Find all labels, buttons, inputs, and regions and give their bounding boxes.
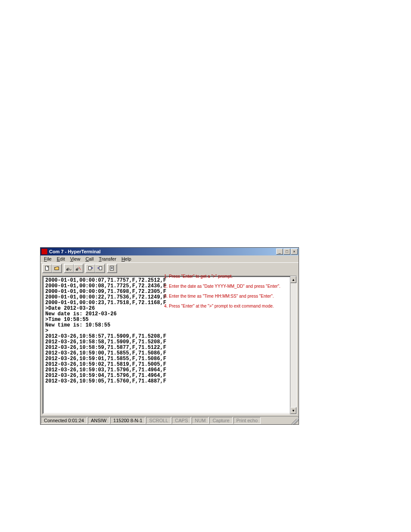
svg-rect-0 [46, 266, 49, 271]
close-button[interactable]: × [291, 249, 298, 255]
status-scroll: SCROLL [146, 417, 171, 424]
annotation-overlay: 1. Press "Enter" to get a ">" prompt. 2.… [164, 274, 280, 314]
new-button[interactable] [43, 264, 52, 273]
status-connected: Connected 0:01:24 [41, 417, 87, 424]
app-icon [41, 249, 47, 255]
maximize-button[interactable]: □ [283, 249, 290, 255]
svg-line-3 [79, 267, 81, 270]
status-echo: Print echo [234, 417, 261, 424]
svg-rect-1 [67, 269, 68, 271]
scroll-up-button[interactable]: ▲ [290, 276, 296, 283]
status-num: NUM [192, 417, 209, 424]
status-settings: 115200 8-N-1 [110, 417, 145, 424]
connect-button[interactable] [64, 264, 74, 273]
svg-rect-4 [89, 267, 91, 270]
menu-help[interactable]: Help [119, 256, 134, 262]
vertical-scrollbar[interactable]: ▲ ▼ [290, 276, 297, 414]
minimize-button[interactable]: _ [276, 249, 283, 255]
status-capture: Capture [209, 417, 232, 424]
annotation-2: 2. Enter the date as "Date YYYY-MM_DD" a… [164, 284, 280, 289]
menu-view[interactable]: View [68, 256, 83, 262]
menu-call[interactable]: Call [83, 256, 96, 262]
toolbar [40, 262, 299, 274]
properties-button[interactable] [107, 264, 117, 273]
send-button[interactable] [86, 264, 95, 273]
annotation-4: 4. Press "Enter" at the ">" prompt to ex… [164, 304, 280, 309]
receive-button[interactable] [95, 264, 105, 273]
open-button[interactable] [52, 264, 62, 273]
menu-transfer[interactable]: Transfer [96, 256, 119, 262]
annotation-3: 3. Enter the time as "Time HH:MM:SS" and… [164, 294, 280, 299]
scroll-down-button[interactable]: ▼ [290, 407, 296, 414]
status-emulation: ANSIW [88, 417, 109, 424]
menu-file[interactable]: File [41, 256, 54, 262]
resize-grip[interactable] [292, 417, 299, 424]
svg-rect-5 [99, 267, 102, 270]
titlebar[interactable]: Com 7 - HyperTerminal _ □ × [40, 248, 299, 255]
annotation-1: 1. Press "Enter" to get a ">" prompt. [164, 274, 280, 279]
status-caps: CAPS [172, 417, 191, 424]
statusbar: Connected 0:01:24 ANSIW 115200 8-N-1 SCR… [40, 416, 299, 424]
svg-rect-2 [76, 269, 78, 271]
menu-edit[interactable]: Edit [54, 256, 68, 262]
disconnect-button[interactable] [74, 264, 83, 273]
scroll-track[interactable] [290, 283, 296, 407]
window-title: Com 7 - HyperTerminal [49, 249, 276, 254]
menubar: File Edit View Call Transfer Help [40, 255, 299, 262]
